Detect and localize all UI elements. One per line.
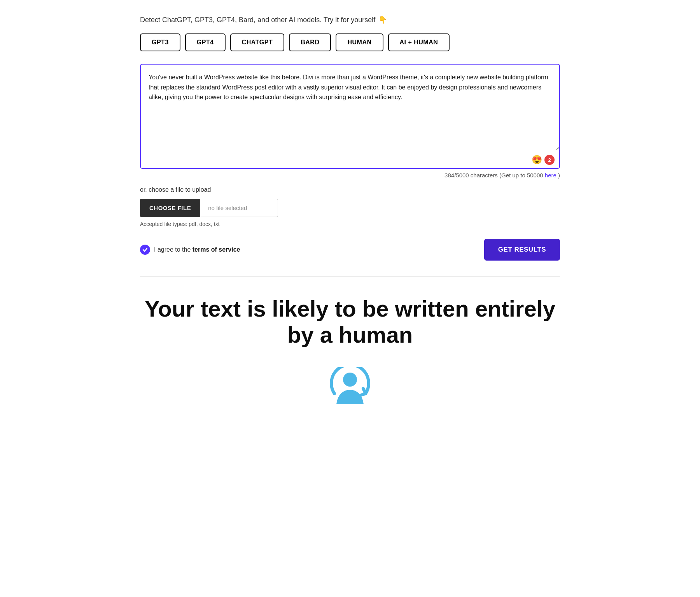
char-count-value: 384/5000 characters (Get up to 50000 (444, 172, 543, 179)
file-input-row: CHOOSE FILE no file selected (140, 199, 560, 217)
model-btn-human[interactable]: HUMAN (336, 33, 383, 51)
section-divider (140, 276, 560, 277)
result-heading: Your text is likely to be written entire… (140, 296, 560, 348)
pointing-emoji: 👇 (378, 16, 387, 24)
human-icon (327, 367, 373, 414)
char-count-suffix: ) (558, 172, 560, 179)
result-section: Your text is likely to be written entire… (140, 296, 560, 437)
model-btn-gpt3[interactable]: GPT3 (140, 33, 180, 51)
human-icon-container (140, 367, 560, 414)
model-btn-gpt4[interactable]: GPT4 (185, 33, 226, 51)
char-count-row: 384/5000 characters (Get up to 50000 her… (140, 172, 560, 179)
textarea-footer: 😍 2 (141, 152, 559, 168)
terms-row: I agree to the terms of service GET RESU… (140, 239, 560, 261)
checkmark-icon (142, 247, 148, 252)
terms-of-service-link[interactable]: terms of service (192, 246, 240, 253)
detect-bar: Detect ChatGPT, GPT3, GPT4, Bard, and ot… (140, 16, 560, 24)
terms-text: I agree to the terms of service (154, 246, 240, 253)
terms-checkbox[interactable] (140, 245, 150, 255)
model-btn-bard[interactable]: BARD (289, 33, 331, 51)
choose-file-button[interactable]: CHOOSE FILE (140, 199, 200, 217)
model-btn-ai-human[interactable]: AI + HUMAN (388, 33, 450, 51)
svg-point-0 (343, 373, 357, 387)
heart-eyes-emoji: 😍 (532, 155, 542, 165)
error-badge: 2 (544, 155, 555, 165)
model-buttons-container: GPT3 GPT4 CHATGPT BARD HUMAN AI + HUMAN (140, 33, 560, 51)
model-btn-chatgpt[interactable]: CHATGPT (230, 33, 285, 51)
text-area-wrapper: You've never built a WordPress website l… (140, 64, 560, 169)
get-results-button[interactable]: GET RESULTS (484, 239, 560, 261)
main-textarea[interactable]: You've never built a WordPress website l… (141, 65, 559, 150)
upload-label: or, choose a file to upload (140, 186, 560, 193)
terms-agree-text: I agree to the (154, 246, 191, 253)
result-heading-line2: by a human (287, 322, 413, 347)
char-count-text: 384/5000 characters (Get up to 50000 her… (444, 172, 560, 179)
result-heading-line1: Your text is likely to be written entire… (145, 296, 555, 321)
file-name-display: no file selected (200, 199, 278, 217)
detect-text: Detect ChatGPT, GPT3, GPT4, Bard, and ot… (140, 16, 375, 24)
terms-left: I agree to the terms of service (140, 245, 240, 255)
upgrade-link[interactable]: here (545, 172, 556, 179)
accepted-file-types: Accepted file types: pdf, docx, txt (140, 221, 560, 227)
